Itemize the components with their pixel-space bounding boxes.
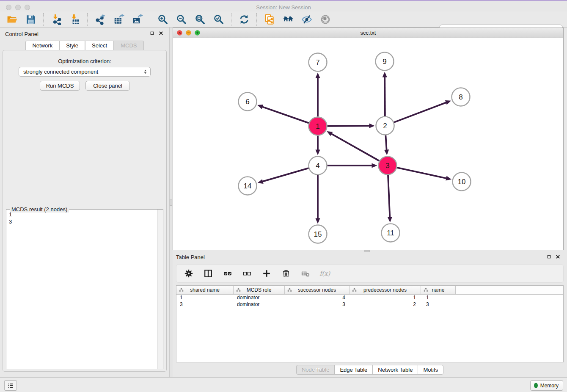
table-settings-button[interactable]	[182, 267, 195, 280]
memory-button[interactable]: Memory	[530, 380, 563, 391]
table-cell[interactable]: 1	[421, 295, 456, 301]
control-tab-network[interactable]: Network	[25, 41, 59, 50]
refresh-view-button[interactable]	[238, 13, 250, 26]
column-type-icon	[236, 287, 241, 292]
edge-1-2[interactable]	[328, 126, 370, 126]
column-header-successor-nodes[interactable]: successor nodes	[285, 286, 350, 294]
import-table-button[interactable]	[69, 13, 81, 26]
column-header-shared-name[interactable]: shared name	[176, 286, 234, 294]
edge-2-3[interactable]	[385, 135, 386, 151]
optimization-criterion-label: Optimization criterion:	[0, 58, 169, 64]
edge-2-9[interactable]	[385, 77, 385, 116]
node-1[interactable]: 1	[309, 117, 327, 135]
column-header-name[interactable]: name	[421, 286, 456, 294]
node-14[interactable]: 14	[239, 177, 257, 195]
node-15[interactable]: 15	[309, 225, 327, 243]
edge-3-11[interactable]	[388, 175, 390, 218]
zoom-in-icon	[157, 14, 168, 25]
toggle-visibility-button[interactable]	[300, 13, 313, 26]
node-10[interactable]: 10	[453, 173, 471, 191]
close-table-panel-icon[interactable]	[556, 254, 560, 259]
mcds-result-line: 1	[9, 211, 155, 218]
table-cell[interactable]: 3	[285, 301, 350, 308]
svg-text:2: 2	[383, 122, 387, 130]
column-header-predecessor-nodes[interactable]: predecessor nodes	[350, 286, 421, 294]
criterion-select[interactable]: strongly connected component	[19, 67, 151, 77]
float-panel-icon[interactable]	[150, 31, 154, 36]
node-6[interactable]: 6	[239, 93, 257, 111]
float-table-panel-icon[interactable]	[547, 254, 551, 259]
duplicate-network-button[interactable]	[263, 13, 276, 26]
node-table-body: 1dominator4113dominator323	[176, 295, 563, 308]
network-window-titlebar[interactable]: scc.txt	[173, 28, 563, 38]
save-session-button[interactable]	[25, 13, 37, 26]
table-tab-network-table[interactable]: Network Table	[372, 365, 418, 375]
table-cell[interactable]: dominator	[234, 301, 285, 308]
import-network-icon	[51, 14, 62, 25]
edge-1-6[interactable]	[262, 107, 309, 123]
table-cell[interactable]: 4	[285, 295, 350, 301]
vertical-splitter-handle[interactable]	[170, 199, 172, 206]
function-builder-button[interactable]: f(x)	[319, 267, 331, 280]
node-4[interactable]: 4	[309, 157, 327, 175]
status-bar: Memory	[0, 377, 567, 392]
zoom-out-button[interactable]	[175, 13, 188, 26]
edge-4-14[interactable]	[262, 168, 308, 182]
deselect-all-columns-button[interactable]	[241, 267, 253, 280]
export-image-icon	[132, 14, 143, 25]
select-all-columns-button[interactable]	[221, 267, 234, 280]
mcds-result-text[interactable]: 13	[6, 210, 157, 369]
close-panel-icon[interactable]	[159, 31, 163, 36]
zoom-selected-button[interactable]	[212, 13, 225, 26]
control-tab-style[interactable]: Style	[59, 41, 85, 50]
node-3[interactable]: 3	[379, 157, 397, 175]
delete-table-button[interactable]	[299, 267, 312, 280]
node-9[interactable]: 9	[376, 52, 394, 71]
table-cell[interactable]: 2	[350, 301, 421, 308]
mcds-result-scrollbar[interactable]	[157, 210, 163, 369]
table-row[interactable]: 1dominator411	[176, 295, 563, 301]
node-8[interactable]: 8	[452, 88, 470, 106]
list-icon	[7, 382, 14, 389]
table-row[interactable]: 3dominator323	[176, 301, 563, 308]
control-tab-mcds[interactable]: MCDS	[114, 41, 143, 50]
folder-open-icon	[7, 14, 18, 25]
table-cell[interactable]: 1	[176, 295, 234, 301]
svg-text:10: 10	[458, 178, 466, 186]
table-cell[interactable]: dominator	[234, 295, 285, 301]
column-header-label: shared name	[190, 287, 220, 293]
export-image-button[interactable]	[131, 13, 144, 26]
table-cell[interactable]: 3	[176, 301, 234, 308]
table-tab-node-table[interactable]: Node Table	[296, 365, 335, 375]
bird-eye-view-button[interactable]	[319, 13, 332, 26]
network-canvas[interactable]: 7968124314101511	[173, 38, 563, 250]
table-tab-motifs[interactable]: Motifs	[418, 365, 443, 375]
open-session-button[interactable]	[6, 13, 19, 26]
control-tab-select[interactable]: Select	[85, 41, 114, 50]
edge-arrow-2-8	[445, 100, 451, 105]
column-layout-button[interactable]	[202, 267, 215, 280]
zoom-in-button[interactable]	[157, 13, 169, 26]
edge-3-1[interactable]	[331, 133, 380, 161]
add-column-button[interactable]	[260, 267, 273, 280]
task-history-button[interactable]	[4, 380, 17, 391]
export-network-button[interactable]	[94, 13, 107, 26]
node-7[interactable]: 7	[309, 53, 327, 72]
table-tab-edge-table[interactable]: Edge Table	[334, 365, 373, 375]
edge-arrow-3-11	[388, 217, 392, 222]
node-11[interactable]: 11	[382, 224, 400, 242]
table-cell[interactable]: 1	[350, 295, 421, 301]
edge-2-8[interactable]	[394, 102, 447, 122]
run-mcds-button[interactable]: Run MCDS	[40, 81, 80, 91]
home-view-button[interactable]	[282, 13, 295, 26]
node-2[interactable]: 2	[376, 117, 394, 135]
zoom-fit-button[interactable]	[194, 13, 206, 26]
edge-arrow-1-4	[315, 150, 320, 155]
column-header-MCDS-role[interactable]: MCDS role	[234, 286, 285, 294]
export-table-button[interactable]	[113, 13, 125, 26]
import-network-button[interactable]	[50, 13, 63, 26]
close-panel-button[interactable]: Close panel	[85, 81, 130, 91]
delete-column-button[interactable]	[280, 267, 292, 280]
table-cell[interactable]: 3	[421, 301, 456, 308]
edge-3-10[interactable]	[397, 168, 447, 179]
